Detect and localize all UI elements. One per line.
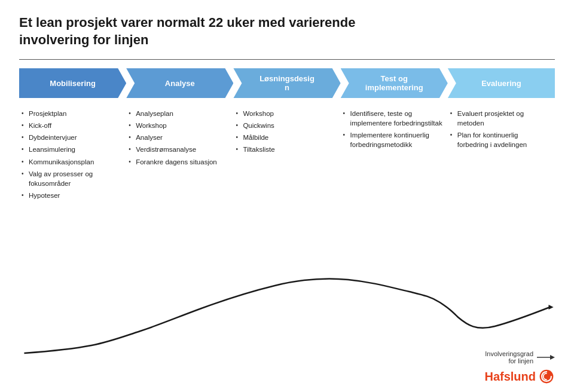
list-mobilisering: Prosjektplan Kick-off Dybdeintervjuer Le… — [22, 109, 121, 200]
arrow-head — [549, 305, 554, 310]
involvement-chart — [12, 255, 562, 362]
list-item: Implementere kontinuerlig forbedringsmet… — [343, 130, 443, 149]
list-item: Dybdeintervjuer — [22, 133, 121, 142]
list-losning: Workshop Quickwins Målbilde Tiltaksliste — [236, 109, 335, 154]
list-item: Plan for kontinuerlig forbedring i avdel… — [450, 130, 550, 149]
footer: Involveringsgradfor linjen Hafslund — [484, 350, 555, 385]
col-losning: Workshop Quickwins Målbilde Tiltaksliste — [233, 109, 340, 203]
list-item: Workshop — [236, 109, 335, 118]
list-test: Identifisere, teste og implementere forb… — [343, 109, 443, 149]
title-line2: involvering for linjen — [19, 32, 148, 47]
col-mobilisering: Prosjektplan Kick-off Dybdeintervjuer Le… — [19, 109, 126, 203]
involveringsgrad-section: Involveringsgradfor linjen — [485, 350, 555, 365]
list-item: Valg av prosesser og fokusområder — [22, 169, 121, 188]
list-evaluering: Evaluert prosjektet og metoden Plan for … — [450, 109, 550, 149]
list-item: Prosjektplan — [22, 109, 121, 118]
list-item: Verdistrømsanalyse — [129, 145, 228, 154]
title-line1: Et lean prosjekt varer normalt 22 uker m… — [19, 15, 355, 30]
list-item: Kick-off — [22, 121, 121, 130]
list-item: Hypoteser — [22, 191, 121, 200]
list-item: Forankre dagens situasjon — [129, 157, 228, 167]
main-title: Et lean prosjekt varer normalt 22 uker m… — [19, 14, 555, 48]
phase-test: Test og implementering — [341, 68, 448, 98]
list-item: Tiltaksliste — [236, 145, 335, 154]
title-section: Et lean prosjekt varer normalt 22 uker m… — [19, 14, 555, 48]
list-item: Evaluert prosjektet og metoden — [450, 109, 550, 128]
phase-mobilisering: Mobilisering — [19, 68, 126, 98]
list-analyse: Analyseplan Workshop Analyser Verdistrøm… — [129, 109, 228, 166]
hafslund-logo: Hafslund — [484, 368, 555, 385]
page-container: Et lean prosjekt varer normalt 22 uker m… — [0, 0, 574, 392]
hafslund-icon — [538, 368, 555, 385]
content-area: Prosjektplan Kick-off Dybdeintervjuer Le… — [19, 109, 555, 203]
divider — [19, 59, 555, 60]
col-analyse: Analyseplan Workshop Analyser Verdistrøm… — [126, 109, 233, 203]
list-item: Workshop — [129, 121, 228, 130]
list-item: Leansimulering — [22, 145, 121, 154]
phase-banner: Mobilisering Analyse Løsningsdesig n Tes… — [19, 68, 555, 98]
hafslund-name: Hafslund — [484, 370, 536, 384]
arrow-right-icon — [537, 352, 555, 363]
list-item: Quickwins — [236, 121, 335, 130]
list-item: Kommunikasjonsplan — [22, 157, 121, 167]
list-item: Målbilde — [236, 133, 335, 142]
phase-losning: Løsningsdesig n — [233, 68, 340, 98]
chart-container — [12, 255, 562, 362]
phase-analyse: Analyse — [126, 68, 233, 98]
svg-marker-1 — [550, 355, 555, 360]
col-test: Identifisere, teste og implementere forb… — [341, 109, 448, 203]
list-item: Identifisere, teste og implementere forb… — [343, 109, 443, 128]
col-evaluering: Evaluert prosjektet og metoden Plan for … — [448, 109, 555, 203]
list-item: Analyseplan — [129, 109, 228, 118]
involveringsgrad-label: Involveringsgradfor linjen — [485, 350, 533, 365]
list-item: Analyser — [129, 133, 228, 142]
involvement-curve — [24, 278, 549, 353]
phase-evaluering: Evaluering — [448, 68, 555, 98]
